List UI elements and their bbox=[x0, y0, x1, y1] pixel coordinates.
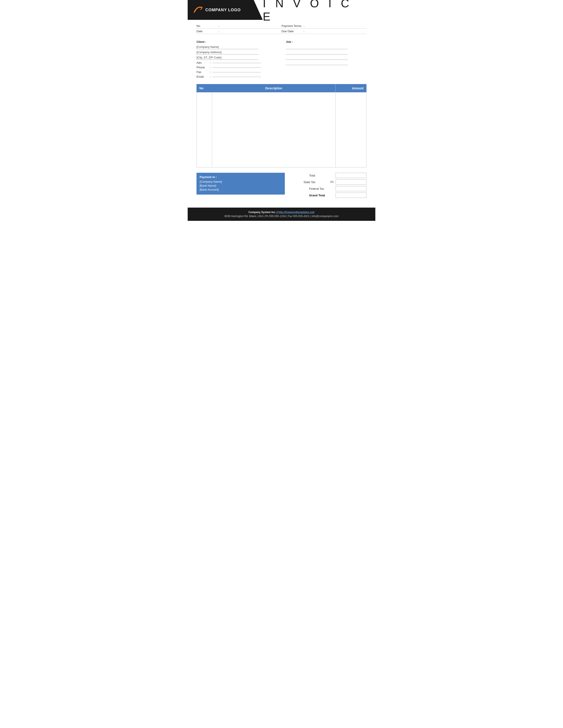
client-attn-value[interactable] bbox=[212, 62, 261, 63]
job-header: Job : bbox=[286, 40, 367, 43]
table-cell-description[interactable] bbox=[212, 92, 336, 167]
col-no-header: No bbox=[197, 84, 212, 92]
client-block: Client : [Company Name] [Company Address… bbox=[196, 40, 282, 80]
client-fax-colon: : bbox=[210, 70, 211, 74]
client-job-section: Client : [Company Name] [Company Address… bbox=[188, 36, 375, 82]
client-email-value[interactable] bbox=[212, 76, 261, 77]
meta-right-due-date: Due Date : bbox=[282, 30, 367, 33]
meta-left-date: Date : bbox=[196, 30, 282, 33]
footer-link[interactable]: http://freewordtemplates.net/ bbox=[278, 211, 315, 214]
payment-title: Payment to : bbox=[199, 175, 282, 179]
federal-tax-label: Federal Tax bbox=[309, 187, 336, 190]
totals-row-grand-total: Grand Total bbox=[292, 193, 367, 198]
state-tax-label: State Tax bbox=[304, 180, 330, 184]
client-phone-label: Phone bbox=[196, 66, 210, 69]
bottom-footer: Company System Inc. | http://freewordtem… bbox=[188, 208, 375, 221]
job-line-1[interactable] bbox=[286, 45, 348, 49]
job-line-4[interactable] bbox=[286, 61, 348, 65]
job-line-3[interactable] bbox=[286, 56, 348, 60]
job-label: Job : bbox=[286, 40, 293, 43]
logo-section: COMPANY LOGO bbox=[188, 0, 263, 20]
state-tax-input[interactable] bbox=[336, 179, 367, 185]
client-attn-row: Attn : bbox=[196, 61, 282, 64]
footer-section: Payment to : [Company Name] [Bank Name] … bbox=[188, 170, 375, 201]
payment-bank-account[interactable]: [Bank Account] bbox=[199, 188, 282, 191]
totals-row-federal-tax: Federal Tax bbox=[292, 186, 367, 191]
meta-date-colon: : bbox=[218, 30, 219, 33]
meta-no-label: No bbox=[196, 24, 218, 28]
table-header-row: No Description Amount bbox=[197, 84, 367, 92]
grand-total-label: Grand Total bbox=[309, 194, 336, 197]
totals-block: Total State Tax 3% Federal Tax Grand Tot… bbox=[285, 173, 367, 198]
client-email-row: Email : bbox=[196, 75, 282, 78]
title-section: I N V O I C E bbox=[263, 0, 375, 20]
client-email-label: Email bbox=[196, 75, 210, 78]
invoice-title: I N V O I C E bbox=[263, 0, 369, 23]
meta-no-colon: : bbox=[218, 24, 219, 28]
client-label: Client : bbox=[196, 40, 206, 43]
meta-payment-terms-label: Payment Terms bbox=[282, 24, 304, 28]
footer-company-line: Company System Inc. | http://freewordtem… bbox=[192, 211, 371, 214]
payment-block: Payment to : [Company Name] [Bank Name] … bbox=[196, 173, 285, 195]
meta-row-no: No : Payment Terms : bbox=[196, 24, 367, 29]
page-header: COMPANY LOGO I N V O I C E bbox=[188, 0, 375, 20]
client-company-name[interactable]: [Company Name] bbox=[196, 45, 258, 49]
client-company-address[interactable]: [Company Address] bbox=[196, 51, 258, 54]
logo-icon bbox=[192, 6, 203, 14]
client-phone-colon: : bbox=[210, 66, 211, 69]
table-row[interactable] bbox=[197, 92, 367, 167]
meta-due-date-colon: : bbox=[304, 30, 305, 33]
table-body bbox=[197, 92, 367, 167]
client-attn-colon: : bbox=[210, 61, 211, 64]
totals-row-state-tax: State Tax 3% bbox=[292, 179, 367, 185]
federal-tax-input[interactable] bbox=[336, 186, 367, 191]
table-cell-no[interactable] bbox=[197, 92, 212, 167]
logo-text: COMPANY LOGO bbox=[205, 8, 241, 12]
meta-row-date: Date : Due Date : bbox=[196, 30, 367, 34]
meta-date-label: Date bbox=[196, 30, 218, 33]
job-line-2[interactable] bbox=[286, 51, 348, 54]
client-fax-value[interactable] bbox=[212, 72, 261, 72]
client-header: Client : bbox=[196, 40, 282, 43]
total-label: Total bbox=[309, 174, 336, 177]
payment-bank-name[interactable]: [Bank Name] bbox=[199, 184, 282, 187]
meta-left-no: No : bbox=[196, 24, 282, 28]
client-city-state-zip[interactable]: [City, ST, ZIP Code] bbox=[196, 56, 258, 60]
meta-due-date-label: Due Date bbox=[282, 30, 304, 33]
footer-address-line: 8030 Harrington Rd, Miami, USA | Ph 555-… bbox=[192, 215, 371, 218]
payment-company-name[interactable]: [Company Name] bbox=[199, 180, 282, 183]
totals-row-total: Total bbox=[292, 173, 367, 178]
client-phone-row: Phone : bbox=[196, 66, 282, 69]
invoice-table: No Description Amount bbox=[196, 84, 367, 167]
table-cell-amount[interactable] bbox=[336, 92, 367, 167]
grand-total-input[interactable] bbox=[336, 193, 367, 198]
invoice-table-section: No Description Amount bbox=[188, 82, 375, 170]
meta-right-payment-terms: Payment Terms : bbox=[282, 24, 367, 28]
client-attn-label: Attn bbox=[196, 61, 210, 64]
col-description-header: Description bbox=[212, 84, 336, 92]
table-header: No Description Amount bbox=[197, 84, 367, 92]
state-tax-pct: 3% bbox=[330, 180, 334, 184]
client-phone-value[interactable] bbox=[212, 67, 261, 68]
col-amount-header: Amount bbox=[336, 84, 367, 92]
total-input[interactable] bbox=[336, 173, 367, 178]
meta-payment-terms-colon: : bbox=[304, 24, 305, 28]
client-email-colon: : bbox=[210, 75, 211, 78]
client-fax-row: Fax : bbox=[196, 70, 282, 74]
client-fax-label: Fax bbox=[196, 70, 210, 74]
job-block: Job : bbox=[282, 40, 367, 80]
